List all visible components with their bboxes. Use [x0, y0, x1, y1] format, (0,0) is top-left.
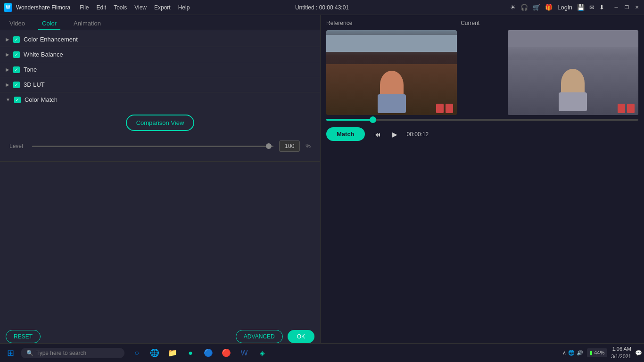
menu-help[interactable]: Help: [178, 4, 190, 11]
login-button[interactable]: Login: [557, 4, 572, 11]
ok-button[interactable]: OK: [288, 330, 314, 343]
arrow-right-icon-tone: ▶: [6, 67, 9, 72]
taskbar-filmora-icon[interactable]: ●: [182, 345, 199, 362]
preview-labels: Reference Current: [326, 20, 638, 26]
brightness-icon[interactable]: ☀: [510, 4, 516, 11]
app-name: Wondershare Filmora: [16, 4, 70, 11]
current-label: Current: [461, 20, 479, 26]
3d-lut-header[interactable]: ▶ ✓ 3D LUT: [0, 77, 320, 92]
titlebar-left: W Wondershare Filmora File Edit Tools Vi…: [4, 3, 190, 12]
mail-icon[interactable]: ✉: [589, 4, 594, 11]
word-icon: W: [240, 349, 248, 357]
taskbar-chrome-icon[interactable]: 🔵: [200, 345, 217, 362]
left-panel: Video Color Animation ▶ ✓ Color Enhancem…: [0, 15, 321, 348]
search-icon: 🔍: [26, 350, 33, 356]
slider-thumb: [266, 143, 272, 149]
color-enhancement-header[interactable]: ▶ ✓ Color Enhancement: [0, 32, 320, 47]
menu-tools[interactable]: Tools: [114, 4, 127, 11]
windows-logo-icon: ⊞: [7, 348, 14, 358]
chrome-icon: 🔵: [204, 348, 213, 357]
level-slider[interactable]: [32, 146, 273, 147]
search-bar[interactable]: 🔍 Type here to search: [21, 348, 124, 358]
app-logo: W: [4, 3, 12, 12]
gift-icon[interactable]: 🎁: [545, 4, 553, 11]
play-button[interactable]: ▶: [390, 130, 399, 139]
reference-label: Reference: [326, 20, 352, 26]
tone-header[interactable]: ▶ ✓ Tone: [0, 62, 320, 77]
clock-date: 3/1/2021: [611, 353, 631, 360]
arrow-right-icon-wb: ▶: [6, 52, 9, 57]
timecode-display: 00:00:12: [407, 131, 429, 138]
white-balance-header[interactable]: ▶ ✓ White Balance: [0, 47, 320, 62]
battery-percent: 44%: [594, 350, 604, 355]
explorer-icon: 📁: [168, 348, 177, 357]
tab-animation[interactable]: Animation: [70, 18, 105, 30]
advanced-button[interactable]: ADVANCED: [236, 330, 283, 343]
taskbar-filmora2-icon[interactable]: ◈: [254, 345, 271, 362]
window-controls: ─ ❐ ✕: [613, 4, 640, 11]
reference-image: [326, 30, 457, 115]
color-enhancement-checkbox[interactable]: ✓: [13, 36, 20, 43]
menu-file[interactable]: File: [80, 4, 89, 11]
battery-indicator: ▮ 44%: [587, 348, 607, 357]
taskbar: ⊞ 🔍 Type here to search ○ 🌐 📁 ● 🔵 🔴 W ◈: [0, 343, 644, 362]
filmora-icon: ●: [188, 349, 193, 357]
save-icon[interactable]: 💾: [577, 4, 585, 11]
percent-label: %: [305, 143, 311, 149]
menu-edit[interactable]: Edit: [97, 4, 107, 11]
white-balance-section: ▶ ✓ White Balance: [0, 47, 320, 62]
taskbar-explorer-icon[interactable]: 📁: [164, 345, 181, 362]
white-balance-label: White Balance: [24, 51, 63, 58]
scrubber-track[interactable]: [326, 119, 638, 121]
main-layout: Video Color Animation ▶ ✓ Color Enhancem…: [0, 15, 644, 348]
property-tabs: Video Color Animation: [0, 15, 320, 30]
taskbar-word-icon[interactable]: W: [236, 345, 253, 362]
filmora2-icon: ◈: [260, 349, 265, 357]
network-icon[interactable]: 🌐: [568, 350, 575, 356]
window-title: Untitled : 00:00:43:01: [295, 4, 349, 11]
taskbar-edge-icon[interactable]: 🌐: [146, 345, 163, 362]
cart-icon[interactable]: 🛒: [533, 4, 540, 11]
search-app-icon: ○: [134, 349, 139, 357]
taskbar-right: ∧ 🌐 🔊 ▮ 44% 1:06 AM 3/1/2021 💬: [562, 346, 642, 360]
notification-icon[interactable]: 💬: [635, 350, 642, 356]
color-match-header[interactable]: ▼ ✓ Color Match: [0, 92, 320, 107]
download-icon[interactable]: ⬇: [599, 4, 604, 11]
taskbar-chrome2-icon[interactable]: 🔴: [218, 345, 235, 362]
comparison-view-button[interactable]: Comparison View: [126, 115, 195, 131]
properties-panel: ▶ ✓ Color Enhancement ▶ ✓ White Balance …: [0, 30, 320, 325]
minimize-button[interactable]: ─: [613, 4, 619, 11]
white-balance-checkbox[interactable]: ✓: [13, 51, 20, 58]
start-button[interactable]: ⊞: [2, 345, 19, 362]
match-button[interactable]: Match: [326, 127, 365, 141]
close-button[interactable]: ✕: [634, 4, 640, 11]
level-input[interactable]: [279, 140, 300, 152]
tab-color[interactable]: Color: [38, 18, 60, 30]
color-match-checkbox[interactable]: ✓: [14, 97, 21, 103]
headphone-icon[interactable]: 🎧: [520, 4, 528, 11]
menu-view[interactable]: View: [134, 4, 147, 11]
color-match-section: ▼ ✓ Color Match Comparison View Level %: [0, 92, 320, 162]
color-enhancement-label: Color Enhancement: [24, 36, 78, 43]
3d-lut-checkbox[interactable]: ✓: [13, 82, 20, 88]
show-hidden-icon[interactable]: ∧: [562, 350, 566, 356]
tone-checkbox[interactable]: ✓: [13, 66, 20, 73]
sound-icon[interactable]: 🔊: [577, 350, 583, 356]
restore-button[interactable]: ❐: [623, 4, 630, 11]
scrubber-thumb[interactable]: [370, 116, 376, 123]
menu-export[interactable]: Export: [154, 4, 171, 11]
tone-section: ▶ ✓ Tone: [0, 62, 320, 77]
arrow-right-icon-lut: ▶: [6, 82, 9, 87]
action-buttons: ADVANCED OK: [236, 330, 314, 343]
color-match-content: Comparison View Level %: [0, 107, 320, 161]
tab-video[interactable]: Video: [6, 18, 29, 30]
taskbar-search-icon[interactable]: ○: [128, 345, 145, 362]
system-clock[interactable]: 1:06 AM 3/1/2021: [611, 346, 631, 360]
titlebar: W Wondershare Filmora File Edit Tools Vi…: [0, 0, 644, 15]
battery-icon: ▮: [590, 350, 593, 355]
preview-spacer: [462, 30, 502, 115]
tone-label: Tone: [24, 66, 37, 73]
reset-button[interactable]: RESET: [6, 330, 41, 343]
sys-tray-icons: ∧ 🌐 🔊: [562, 350, 583, 356]
prev-frame-button[interactable]: ⏮: [372, 130, 383, 139]
